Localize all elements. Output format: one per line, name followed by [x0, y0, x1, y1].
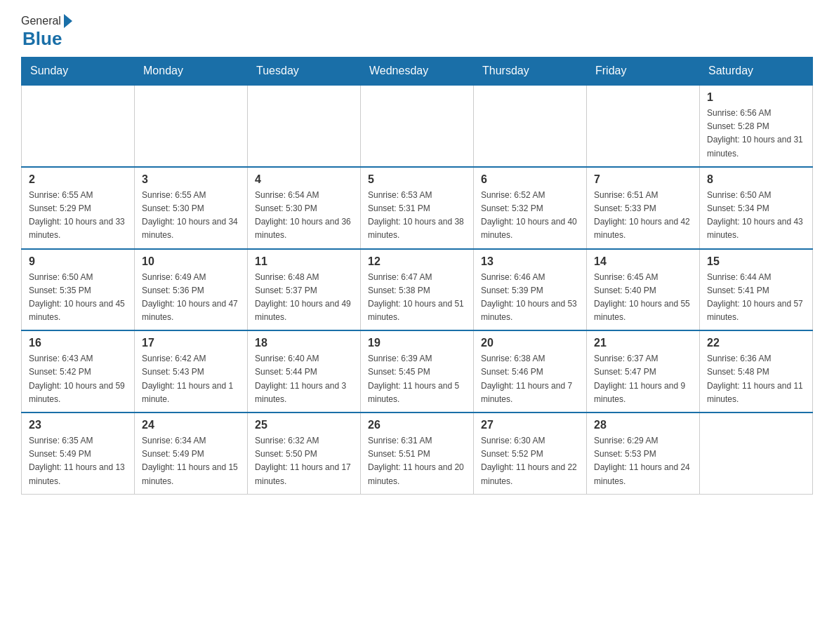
day-info: Sunrise: 6:49 AMSunset: 5:36 PMDaylight:… — [142, 271, 240, 325]
day-number: 16 — [29, 337, 127, 349]
day-info: Sunrise: 6:55 AMSunset: 5:30 PMDaylight:… — [142, 189, 240, 243]
calendar-cell: 10Sunrise: 6:49 AMSunset: 5:36 PMDayligh… — [135, 249, 248, 331]
day-number: 7 — [594, 173, 692, 186]
calendar-week-2: 2Sunrise: 6:55 AMSunset: 5:29 PMDaylight… — [22, 167, 813, 249]
calendar-cell: 1Sunrise: 6:56 AMSunset: 5:28 PMDaylight… — [700, 85, 813, 167]
calendar-cell — [361, 85, 474, 167]
logo-arrow-icon — [64, 14, 72, 28]
calendar-cell — [22, 85, 135, 167]
day-number: 2 — [29, 173, 127, 186]
calendar-header-sunday: Sunday — [22, 58, 135, 86]
calendar-cell: 16Sunrise: 6:43 AMSunset: 5:42 PMDayligh… — [22, 330, 135, 412]
day-number: 26 — [368, 419, 466, 431]
day-info: Sunrise: 6:54 AMSunset: 5:30 PMDaylight:… — [255, 189, 353, 243]
calendar-cell — [248, 85, 361, 167]
day-number: 20 — [481, 337, 579, 349]
calendar-cell: 15Sunrise: 6:44 AMSunset: 5:41 PMDayligh… — [700, 249, 813, 331]
day-info: Sunrise: 6:38 AMSunset: 5:46 PMDaylight:… — [481, 352, 579, 406]
day-info: Sunrise: 6:46 AMSunset: 5:39 PMDaylight:… — [481, 271, 579, 325]
day-info: Sunrise: 6:29 AMSunset: 5:53 PMDaylight:… — [594, 434, 692, 488]
logo-general-text: General — [21, 15, 61, 27]
day-info: Sunrise: 6:45 AMSunset: 5:40 PMDaylight:… — [594, 271, 692, 325]
calendar-cell: 18Sunrise: 6:40 AMSunset: 5:44 PMDayligh… — [248, 330, 361, 412]
logo: General Blue — [21, 14, 72, 50]
calendar-cell: 28Sunrise: 6:29 AMSunset: 5:53 PMDayligh… — [587, 412, 700, 494]
day-number: 11 — [255, 255, 353, 268]
day-number: 10 — [142, 255, 240, 268]
calendar-header-tuesday: Tuesday — [248, 58, 361, 86]
calendar-week-3: 9Sunrise: 6:50 AMSunset: 5:35 PMDaylight… — [22, 249, 813, 331]
day-number: 1 — [707, 91, 805, 104]
day-number: 28 — [594, 419, 692, 431]
day-number: 19 — [368, 337, 466, 349]
page-header: General Blue — [21, 14, 813, 50]
day-number: 18 — [255, 337, 353, 349]
day-number: 3 — [142, 173, 240, 186]
day-info: Sunrise: 6:47 AMSunset: 5:38 PMDaylight:… — [368, 271, 466, 325]
calendar-cell: 13Sunrise: 6:46 AMSunset: 5:39 PMDayligh… — [474, 249, 587, 331]
calendar-table: SundayMondayTuesdayWednesdayThursdayFrid… — [21, 57, 813, 495]
calendar-cell: 23Sunrise: 6:35 AMSunset: 5:49 PMDayligh… — [22, 412, 135, 494]
calendar-cell: 17Sunrise: 6:42 AMSunset: 5:43 PMDayligh… — [135, 330, 248, 412]
calendar-cell: 12Sunrise: 6:47 AMSunset: 5:38 PMDayligh… — [361, 249, 474, 331]
calendar-cell: 7Sunrise: 6:51 AMSunset: 5:33 PMDaylight… — [587, 167, 700, 249]
day-info: Sunrise: 6:34 AMSunset: 5:49 PMDaylight:… — [142, 434, 240, 488]
calendar-cell: 22Sunrise: 6:36 AMSunset: 5:48 PMDayligh… — [700, 330, 813, 412]
day-info: Sunrise: 6:50 AMSunset: 5:35 PMDaylight:… — [29, 271, 127, 325]
calendar-header-monday: Monday — [135, 58, 248, 86]
day-info: Sunrise: 6:51 AMSunset: 5:33 PMDaylight:… — [594, 189, 692, 243]
day-info: Sunrise: 6:50 AMSunset: 5:34 PMDaylight:… — [707, 189, 805, 243]
day-info: Sunrise: 6:35 AMSunset: 5:49 PMDaylight:… — [29, 434, 127, 488]
day-number: 9 — [29, 255, 127, 268]
day-info: Sunrise: 6:56 AMSunset: 5:28 PMDaylight:… — [707, 107, 805, 161]
day-info: Sunrise: 6:32 AMSunset: 5:50 PMDaylight:… — [255, 434, 353, 488]
day-info: Sunrise: 6:42 AMSunset: 5:43 PMDaylight:… — [142, 352, 240, 406]
day-info: Sunrise: 6:43 AMSunset: 5:42 PMDaylight:… — [29, 352, 127, 406]
calendar-week-5: 23Sunrise: 6:35 AMSunset: 5:49 PMDayligh… — [22, 412, 813, 494]
calendar-header-row: SundayMondayTuesdayWednesdayThursdayFrid… — [22, 58, 813, 86]
calendar-cell: 2Sunrise: 6:55 AMSunset: 5:29 PMDaylight… — [22, 167, 135, 249]
day-info: Sunrise: 6:53 AMSunset: 5:31 PMDaylight:… — [368, 189, 466, 243]
calendar-header-thursday: Thursday — [474, 58, 587, 86]
day-number: 23 — [29, 419, 127, 431]
calendar-cell: 8Sunrise: 6:50 AMSunset: 5:34 PMDaylight… — [700, 167, 813, 249]
logo-line1: General — [21, 14, 72, 28]
day-number: 27 — [481, 419, 579, 431]
day-number: 22 — [707, 337, 805, 349]
calendar-header-saturday: Saturday — [700, 58, 813, 86]
day-number: 6 — [481, 173, 579, 186]
calendar-cell: 20Sunrise: 6:38 AMSunset: 5:46 PMDayligh… — [474, 330, 587, 412]
calendar-cell: 11Sunrise: 6:48 AMSunset: 5:37 PMDayligh… — [248, 249, 361, 331]
calendar-cell: 6Sunrise: 6:52 AMSunset: 5:32 PMDaylight… — [474, 167, 587, 249]
day-number: 13 — [481, 255, 579, 268]
calendar-header-wednesday: Wednesday — [361, 58, 474, 86]
calendar-cell: 26Sunrise: 6:31 AMSunset: 5:51 PMDayligh… — [361, 412, 474, 494]
day-number: 21 — [594, 337, 692, 349]
day-info: Sunrise: 6:37 AMSunset: 5:47 PMDaylight:… — [594, 352, 692, 406]
calendar-cell: 24Sunrise: 6:34 AMSunset: 5:49 PMDayligh… — [135, 412, 248, 494]
day-number: 24 — [142, 419, 240, 431]
calendar-cell: 27Sunrise: 6:30 AMSunset: 5:52 PMDayligh… — [474, 412, 587, 494]
day-info: Sunrise: 6:48 AMSunset: 5:37 PMDaylight:… — [255, 271, 353, 325]
calendar-cell: 4Sunrise: 6:54 AMSunset: 5:30 PMDaylight… — [248, 167, 361, 249]
calendar-cell: 25Sunrise: 6:32 AMSunset: 5:50 PMDayligh… — [248, 412, 361, 494]
day-info: Sunrise: 6:55 AMSunset: 5:29 PMDaylight:… — [29, 189, 127, 243]
calendar-header-friday: Friday — [587, 58, 700, 86]
day-number: 17 — [142, 337, 240, 349]
calendar-week-1: 1Sunrise: 6:56 AMSunset: 5:28 PMDaylight… — [22, 85, 813, 167]
calendar-cell — [474, 85, 587, 167]
calendar-cell: 3Sunrise: 6:55 AMSunset: 5:30 PMDaylight… — [135, 167, 248, 249]
day-info: Sunrise: 6:52 AMSunset: 5:32 PMDaylight:… — [481, 189, 579, 243]
day-info: Sunrise: 6:40 AMSunset: 5:44 PMDaylight:… — [255, 352, 353, 406]
calendar-cell: 19Sunrise: 6:39 AMSunset: 5:45 PMDayligh… — [361, 330, 474, 412]
day-number: 12 — [368, 255, 466, 268]
logo-blue-text: Blue — [21, 28, 72, 50]
calendar-cell — [587, 85, 700, 167]
day-number: 15 — [707, 255, 805, 268]
day-number: 8 — [707, 173, 805, 186]
day-info: Sunrise: 6:30 AMSunset: 5:52 PMDaylight:… — [481, 434, 579, 488]
day-info: Sunrise: 6:36 AMSunset: 5:48 PMDaylight:… — [707, 352, 805, 406]
calendar-cell: 21Sunrise: 6:37 AMSunset: 5:47 PMDayligh… — [587, 330, 700, 412]
calendar-cell — [700, 412, 813, 494]
calendar-cell: 9Sunrise: 6:50 AMSunset: 5:35 PMDaylight… — [22, 249, 135, 331]
